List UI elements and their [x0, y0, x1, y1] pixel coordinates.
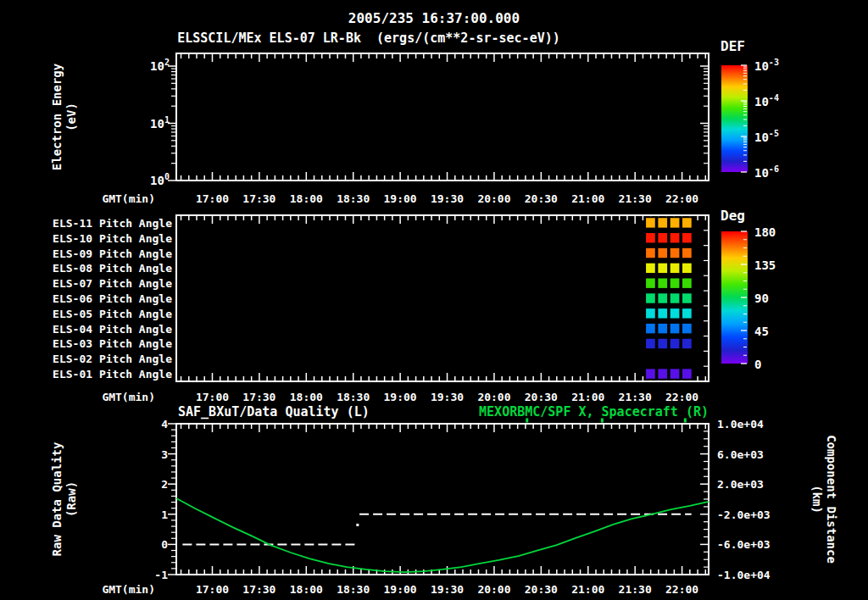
panel3-right-tick-label: 1.0e+04 [717, 418, 764, 431]
panel3-right-tick-label: -1.0e+04 [717, 569, 771, 581]
panel3-left-axis-title: Raw Data Quality (Raw) [50, 442, 79, 557]
pitch-angle-cell [670, 308, 681, 319]
x-tick-label: 21:00 [571, 192, 604, 205]
pitch-row-label: ELS-10 Pitch Angle [53, 232, 172, 245]
x-tick-label: 19:30 [431, 391, 464, 403]
pitch-angle-cell [645, 338, 656, 349]
pitch-angle-cell [645, 323, 656, 334]
panel3-left-tick-label: 4 [161, 418, 168, 431]
x-tick-label: 19:00 [384, 192, 417, 205]
pitch-angle-cell [682, 308, 693, 319]
plot-canvas: 2005/235 16:37:00.000 ELSSCIL/MEx ELS-07… [0, 0, 868, 600]
x-tick-label: 18:00 [290, 391, 323, 403]
pitch-angle-cell [657, 338, 668, 349]
deg-colorbar-label: 45 [754, 325, 769, 338]
x-tick-label: 20:00 [477, 391, 510, 403]
pitch-angle-cell [670, 292, 681, 303]
x-tick-label: 20:30 [525, 583, 558, 596]
panel1-frame [176, 53, 709, 181]
pitch-angle-cell [670, 277, 681, 288]
pitch-angle-cell [657, 277, 668, 288]
x-tick-label: 19:30 [431, 583, 464, 596]
panel3-right-tick-label: -2.0e+03 [717, 508, 771, 521]
x-tick-label: 20:00 [477, 583, 510, 596]
pitch-row-label: ELS-11 Pitch Angle [53, 217, 172, 230]
plot-area: 17:0017:3018:0018:3019:0019:3020:0020:30… [0, 0, 868, 600]
def-colorbar [721, 65, 748, 172]
pitch-angle-cell [657, 263, 668, 274]
pitch-angle-cell [670, 217, 681, 228]
pitch-angle-cell [682, 232, 693, 243]
x-tick-label: 22:00 [665, 583, 698, 596]
pitch-angle-cell [670, 247, 681, 258]
x-tick-label: 18:30 [337, 391, 370, 403]
panel1-y-tick-label: 102 [150, 58, 170, 73]
pitch-row-label: ELS-04 Pitch Angle [53, 323, 172, 336]
pitch-angle-cell [682, 247, 693, 258]
panel1-y-axis-title: Electron Energy (eV) [50, 64, 79, 170]
x-tick-label: 18:00 [290, 583, 323, 596]
def-colorbar-label: 10-5 [754, 129, 779, 144]
deg-colorbar-label: 135 [754, 258, 776, 272]
x-tick-label: 21:30 [619, 583, 652, 596]
pitch-row-label: ELS-06 Pitch Angle [53, 292, 172, 305]
pitch-angle-cell [682, 277, 693, 288]
x-tick-label: 19:30 [431, 192, 464, 205]
pitch-angle-cell [670, 232, 681, 243]
panel1-y-tick-label: 101 [150, 115, 170, 131]
def-colorbar-label: 10-6 [754, 164, 779, 180]
x-tick-label: 18:30 [337, 192, 370, 205]
x-tick-label: 17:30 [242, 192, 275, 205]
pitch-angle-cell [682, 263, 693, 274]
pitch-angle-cell [657, 247, 668, 258]
pitch-angle-cell [682, 292, 693, 303]
x-tick-label: 21:00 [571, 583, 604, 596]
deg-colorbar-label: 180 [754, 225, 776, 239]
x-tick-label: 21:00 [571, 391, 604, 403]
gmt-axis-label: GMT(min) [102, 391, 155, 403]
deg-colorbar-title: Deg [721, 208, 745, 224]
panel3-left-axis-title-line2: (Raw) [64, 442, 79, 557]
gmt-axis-label: GMT(min) [102, 583, 155, 596]
def-colorbar-label: 10-3 [754, 58, 779, 73]
pitch-angle-cell [670, 368, 681, 379]
pitch-angle-cell [670, 323, 681, 334]
pitch-angle-cell [645, 277, 656, 288]
panel3-title-right: MEXORBMC/SPF X, Spacecraft (R) [479, 404, 709, 419]
panel3-title-left: SAF_BXuT/Data Quality (L) [178, 404, 370, 419]
x-tick-label: 17:00 [196, 391, 229, 403]
panel3-left-tick-label: 2 [161, 478, 168, 491]
panel1-y-tick-label: 100 [150, 172, 170, 187]
gmt-axis-label: GMT(min) [102, 192, 155, 205]
x-tick-label: 21:30 [619, 391, 652, 403]
x-tick-label: 20:30 [525, 391, 558, 403]
panel3-left-tick-label: -1 [154, 569, 168, 581]
x-tick-label: 22:00 [665, 192, 698, 205]
panel3-right-tick-label: -6.0e+03 [717, 538, 771, 551]
pitch-row-label: ELS-09 Pitch Angle [53, 247, 172, 260]
data-quality-transition-dot [356, 524, 359, 526]
panel3-right-axis-title: Component Distance (km) [810, 435, 838, 564]
spacecraft-x-curve [176, 498, 709, 572]
pitch-angle-cell [657, 232, 668, 243]
pitch-angle-cell [657, 323, 668, 334]
x-tick-label: 17:00 [196, 192, 229, 205]
pitch-angle-cell [682, 338, 693, 349]
panel3-left-tick-label: 0 [161, 538, 168, 551]
def-colorbar-label: 10-4 [754, 93, 779, 108]
pitch-row-label: ELS-02 Pitch Angle [53, 353, 172, 365]
panel2-frame [176, 215, 709, 381]
panel3-left-tick-label: 3 [161, 448, 168, 461]
panel3-right-axis-title-line2: (km) [810, 435, 824, 564]
pitch-angle-cell [682, 323, 693, 334]
pitch-row-label: ELS-01 Pitch Angle [53, 368, 172, 381]
pitch-angle-cell [645, 368, 656, 379]
x-tick-label: 20:00 [477, 192, 510, 205]
x-tick-label: 22:00 [665, 391, 698, 403]
pitch-row-label: ELS-03 Pitch Angle [53, 337, 172, 350]
pitch-angle-cell [657, 308, 668, 319]
x-tick-label: 19:00 [384, 583, 417, 596]
pitch-row-label: ELS-05 Pitch Angle [53, 308, 172, 320]
pitch-angle-cell [657, 217, 668, 228]
x-tick-label: 18:30 [337, 583, 370, 596]
